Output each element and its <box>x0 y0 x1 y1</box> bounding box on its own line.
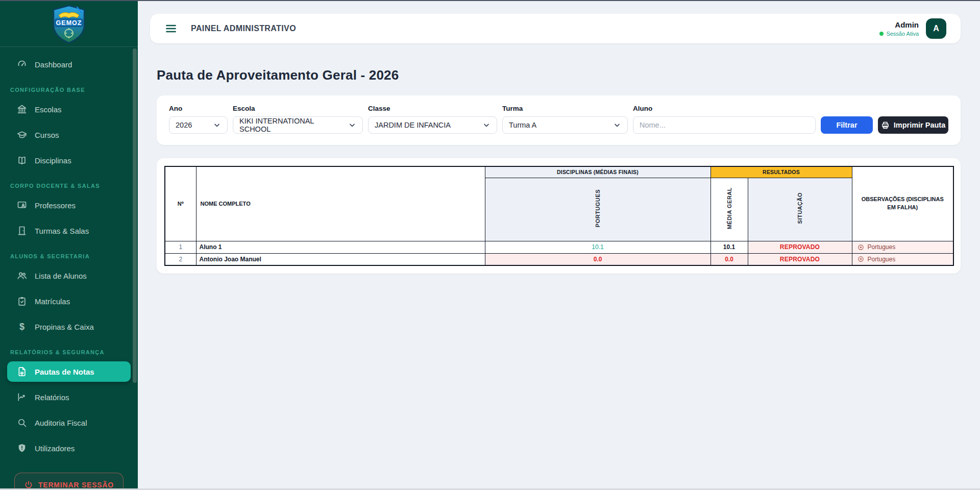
sidebar-item-relatorios[interactable]: Relatórios <box>7 387 131 407</box>
aluno-input-wrap <box>633 116 816 134</box>
ano-select[interactable]: 2026 <box>169 116 228 134</box>
table-row: 1 Aluno 1 10.1 10.1 REPROVADO Portugues <box>165 241 953 253</box>
printer-icon <box>881 121 890 130</box>
sidebar-item-label: Pautas de Notas <box>35 368 94 376</box>
filter-classe-label: Classe <box>368 105 497 112</box>
filter-ano: Ano 2026 <box>169 105 228 134</box>
filter-classe: Classe JARDIM DE INFANCIA <box>368 105 497 134</box>
filter-bar: Ano 2026 Escola KIKI INTERNATIONAL SCHOO… <box>157 95 961 145</box>
row-numero: 1 <box>165 241 196 253</box>
door-icon <box>16 225 28 236</box>
sidebar-item-label: Disciplinas <box>35 156 71 165</box>
sidebar-item-dashboard[interactable]: Dashboard <box>7 54 131 75</box>
sidebar-item-label: Utilizadores <box>35 444 75 453</box>
sidebar-item-utilizadores[interactable]: Utilizadores <box>7 438 131 458</box>
classe-select[interactable]: JARDIM DE INFANCIA <box>368 116 497 134</box>
logout-button[interactable]: TERMINAR SESSÃO <box>14 473 124 490</box>
filter-turma-label: Turma <box>502 105 628 112</box>
top-header-bar: PAINEL ADMINISTRATIVO Admin Sessão Ativa… <box>150 14 961 43</box>
filter-ano-label: Ano <box>169 105 228 112</box>
row-nome: Aluno 1 <box>196 241 485 253</box>
top-edge-line <box>0 0 980 1</box>
col-header-media-geral: MÉDIA GERAL <box>710 178 748 241</box>
row-observacoes: Portugues <box>852 241 953 253</box>
line-chart-icon <box>16 391 28 403</box>
sidebar-item-cursos[interactable]: Cursos <box>7 125 131 145</box>
header-title: PAINEL ADMINISTRATIVO <box>191 24 296 33</box>
session-status-label: Sessão Ativa <box>886 31 919 37</box>
col-header-portugues: PORTUGUES <box>485 178 710 241</box>
classe-select-value: JARDIM DE INFANCIA <box>375 121 451 129</box>
ano-select-value: 2026 <box>176 121 192 129</box>
user-meta: Admin Sessão Ativa <box>879 20 919 37</box>
session-status: Sessão Ativa <box>879 31 919 37</box>
pauta-table: Nº NOME COMPLETO DISCIPLINAS (MÉDIAS FIN… <box>164 166 954 266</box>
row-media-geral: 10.1 <box>710 241 748 253</box>
col-header-observacoes: OBSERVAÇÕES (DISCIPLINAS EM FALHA) <box>852 166 953 241</box>
row-numero: 2 <box>165 253 196 265</box>
sidebar-item-disciplinas[interactable]: Disciplinas <box>7 150 131 170</box>
circled-x-icon <box>857 256 864 262</box>
imprimir-pauta-button[interactable]: Imprimir Pauta <box>878 116 948 134</box>
sidebar-item-label: Matrículas <box>35 297 70 306</box>
svg-text:GEMOZ: GEMOZ <box>56 19 82 27</box>
sidebar-scrollbar[interactable] <box>133 48 137 383</box>
hamburger-icon[interactable] <box>164 22 178 35</box>
filtrar-button[interactable]: Filtrar <box>821 116 873 134</box>
group-header-disciplinas: DISCIPLINAS (MÉDIAS FINAIS) <box>485 166 710 178</box>
table-row: 2 Antonio Joao Manuel 0.0 0.0 REPROVADO … <box>165 253 953 265</box>
dashboard-icon <box>16 59 28 70</box>
escola-select-value: KIKI INTERNATIONAL SCHOOL <box>239 117 343 133</box>
pauta-table-card: Nº NOME COMPLETO DISCIPLINAS (MÉDIAS FIN… <box>157 158 961 274</box>
filter-aluno: Aluno <box>633 105 816 134</box>
escola-select[interactable]: KIKI INTERNATIONAL SCHOOL <box>233 116 363 134</box>
sidebar-item-lista-alunos[interactable]: Lista de Alunos <box>7 265 131 286</box>
sidebar-section-configuracao: CONFIGURAÇÃO BASE <box>10 87 131 93</box>
sidebar-item-label: Escolas <box>35 105 62 114</box>
row-situacao: REPROVADO <box>748 241 852 253</box>
col-header-numero: Nº <box>165 166 196 241</box>
row-situacao: REPROVADO <box>748 253 852 265</box>
filter-escola-label: Escola <box>233 105 363 112</box>
sidebar-item-label: Professores <box>35 201 76 210</box>
sidebar-item-escolas[interactable]: Escolas <box>7 99 131 119</box>
filter-aluno-label: Aluno <box>633 105 816 112</box>
page-title: Pauta de Aproveitamento Geral - 2026 <box>157 67 980 83</box>
document-grid-icon <box>16 366 28 377</box>
group-header-resultados: RESULTADOS <box>710 166 852 178</box>
sidebar-item-auditoria[interactable]: Auditoria Fiscal <box>7 412 131 433</box>
filter-turma: Turma Turma A <box>502 105 628 134</box>
sidebar-item-pautas-de-notas[interactable]: Pautas de Notas <box>7 361 131 382</box>
status-dot-icon <box>879 32 884 36</box>
sidebar-item-turmas-salas[interactable]: Turmas & Salas <box>7 220 131 241</box>
col-header-nome: NOME COMPLETO <box>196 166 485 241</box>
turma-select[interactable]: Turma A <box>502 116 628 134</box>
sidebar-item-propinas[interactable]: $ Propinas & Caixa <box>7 316 131 337</box>
sidebar-item-professores[interactable]: Professores <box>7 195 131 215</box>
user-name: Admin <box>879 20 919 30</box>
sidebar: GEMOZ Dashboard CONFIGURAÇÃO BASE Escola… <box>0 0 138 490</box>
magnifier-icon <box>16 417 28 428</box>
row-observacoes: Portugues <box>852 253 953 265</box>
sidebar-item-label: Lista de Alunos <box>35 272 87 280</box>
logo: GEMOZ <box>0 0 138 47</box>
logout-label: TERMINAR SESSÃO <box>38 481 114 489</box>
sidebar-section-relatorios: RELATÓRIOS & SEGURANÇA <box>10 349 131 355</box>
row-nome: Antonio Joao Manuel <box>196 253 485 265</box>
gemoz-crest-icon: GEMOZ <box>51 3 87 44</box>
sidebar-item-label: Propinas & Caixa <box>35 323 94 331</box>
sidebar-section-alunos: ALUNOS & SECRETARIA <box>10 253 131 259</box>
sidebar-item-label: Dashboard <box>35 60 72 69</box>
bank-icon <box>16 104 28 115</box>
aluno-input[interactable] <box>640 121 809 129</box>
chevron-down-icon <box>613 121 621 129</box>
dollar-icon: $ <box>16 321 28 332</box>
row-observacao-label: Portugues <box>868 256 896 263</box>
avatar[interactable]: A <box>926 18 946 39</box>
sidebar-item-label: Relatórios <box>35 393 69 402</box>
shield-icon <box>16 443 28 454</box>
imprimir-pauta-label: Imprimir Pauta <box>894 121 946 129</box>
sidebar-item-matriculas[interactable]: Matrículas <box>7 291 131 311</box>
row-media-geral: 0.0 <box>710 253 748 265</box>
main-content: PAINEL ADMINISTRATIVO Admin Sessão Ativa… <box>138 0 980 490</box>
